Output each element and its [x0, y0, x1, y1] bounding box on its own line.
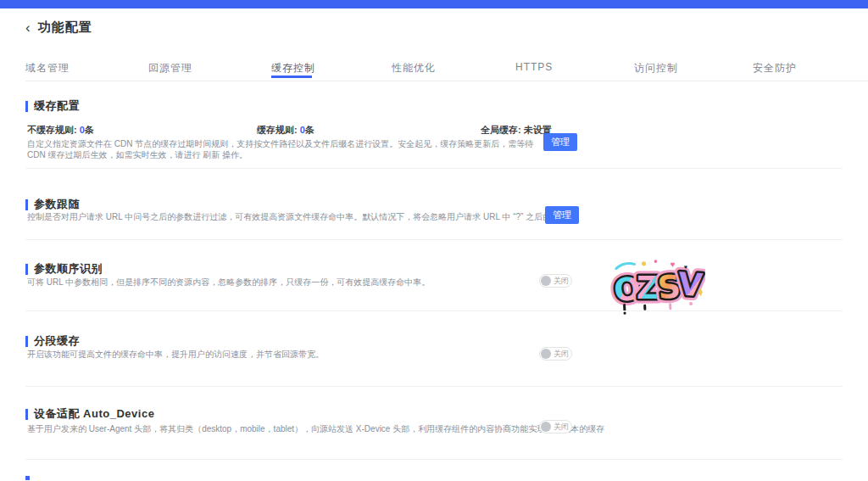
- section-description: 自定义指定资源文件在 CDN 节点的缓存过期时间规则，支持按文件路径以及文件后缀…: [27, 138, 546, 160]
- section-divider: [25, 386, 843, 387]
- tab-performance[interactable]: 性能优化: [392, 61, 436, 80]
- watermark-heart-icon: ♥: [670, 260, 676, 269]
- tab-domain-management[interactable]: 域名管理: [25, 61, 70, 80]
- section-accent-bar: [25, 336, 28, 347]
- stat-label: 缓存规则:: [257, 125, 298, 135]
- range-cache-toggle[interactable]: 关闭: [539, 347, 572, 361]
- tab-bar: 域名管理 回源管理 缓存控制 性能优化 HTTPS 访问控制 安全防护: [0, 59, 868, 81]
- section-param-follow-header: 参数跟随: [25, 197, 80, 212]
- watermark-dot-icon: [654, 260, 658, 263]
- toggle-label: 关闭: [554, 349, 569, 360]
- page-title: 功能配置: [38, 20, 92, 36]
- section-description: 基于用户发来的 User-Agent 头部，将其归类（desktop，mobil…: [27, 423, 773, 434]
- section-title: 参数顺序识别: [34, 261, 103, 277]
- page-header: ‹ 功能配置: [25, 20, 92, 36]
- tab-https[interactable]: HTTPS: [515, 61, 553, 80]
- section-device-adapt-header: 设备适配 Auto_Device: [25, 406, 154, 422]
- watermark-graffiti: O O Z Z S S V V ♥ ♥: [610, 258, 705, 316]
- stat-label: 全局缓存:: [481, 125, 521, 135]
- tab-security[interactable]: 安全防护: [753, 61, 797, 80]
- tab-origin-management[interactable]: 回源管理: [148, 61, 192, 80]
- section-title: 分段缓存: [34, 333, 80, 349]
- section-title: 缓存配置: [34, 98, 80, 114]
- stat-no-cache-rules: 不缓存规则: 0条: [27, 124, 94, 137]
- cursor-dot: [25, 476, 30, 480]
- stat-suffix: 条: [305, 125, 314, 135]
- device-adapt-toggle[interactable]: 关闭: [539, 420, 572, 433]
- toggle-label: 关闭: [554, 276, 569, 287]
- section-accent-bar: [25, 101, 28, 112]
- section-param-order-header: 参数顺序识别: [25, 261, 103, 277]
- section-description: 控制是否对用户请求 URL 中问号之后的参数进行过滤，可有效提高资源文件缓存命中…: [27, 211, 773, 222]
- stat-suffix: 条: [85, 125, 94, 135]
- watermark-small-heart-icon: ♥: [684, 264, 688, 270]
- section-range-cache-header: 分段缓存: [25, 333, 80, 349]
- param-order-toggle[interactable]: 关闭: [539, 274, 572, 288]
- section-accent-bar: [25, 264, 28, 275]
- section-title: 设备适配 Auto_Device: [34, 406, 154, 422]
- tab-bottom-rule: [25, 81, 868, 81]
- section-description: 开启该功能可提高文件的缓存命中率，提升用户的访问速度，并节省回源带宽。: [27, 349, 773, 360]
- toggle-label: 关闭: [554, 422, 569, 433]
- stat-global-cache: 全局缓存: 未设置: [481, 124, 552, 137]
- section-divider: [25, 168, 843, 169]
- toggle-knob-icon: [541, 422, 551, 432]
- watermark-dot-icon: [642, 261, 646, 266]
- back-icon[interactable]: ‹: [25, 20, 31, 36]
- section-accent-bar: [25, 199, 28, 210]
- watermark-drip: [643, 305, 646, 310]
- section-divider: [25, 459, 843, 460]
- top-accent-bar: [0, 0, 868, 8]
- toggle-knob-icon: [541, 349, 551, 359]
- section-title: 参数跟随: [34, 197, 80, 212]
- watermark-letters: O O Z Z S S V V ♥ ♥: [611, 258, 705, 315]
- watermark-drip: [623, 311, 626, 314]
- section-divider: [25, 310, 843, 311]
- svg-text:V: V: [677, 266, 704, 304]
- section-cache-config-header: 缓存配置: [25, 98, 80, 114]
- manage-param-follow-button[interactable]: 管理: [545, 206, 579, 224]
- watermark-drip: [669, 303, 671, 310]
- manage-cache-config-button[interactable]: 管理: [543, 133, 577, 151]
- page: ‹ 功能配置 域名管理 回源管理 缓存控制 性能优化 HTTPS 访问控制 安全…: [0, 0, 868, 481]
- tab-access-control[interactable]: 访问控制: [634, 61, 678, 80]
- tab-cache-control[interactable]: 缓存控制: [271, 61, 315, 80]
- stat-cache-rules: 缓存规则: 0条: [257, 124, 314, 137]
- section-accent-bar: [25, 409, 28, 420]
- stat-label: 不缓存规则:: [27, 125, 77, 135]
- watermark-swoosh-icon: [616, 263, 635, 268]
- toggle-knob-icon: [541, 276, 551, 286]
- section-divider: [25, 239, 843, 240]
